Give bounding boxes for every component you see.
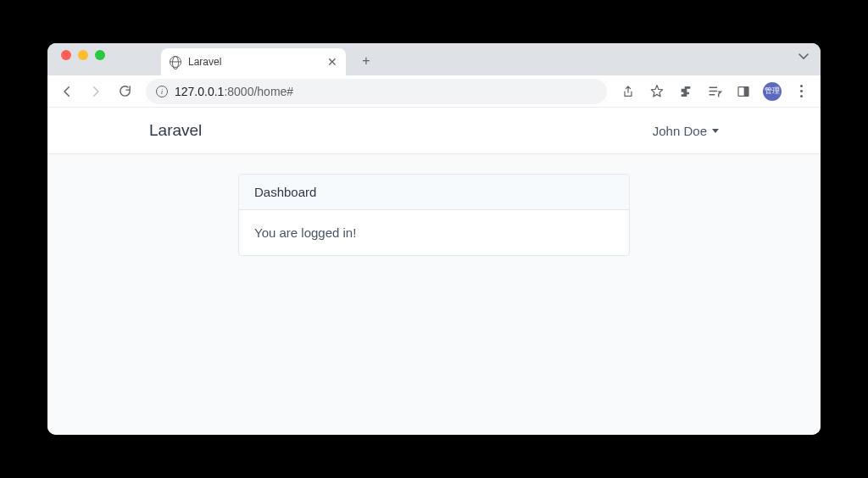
close-tab-button[interactable]: ✕: [327, 55, 337, 69]
new-tab-button[interactable]: +: [354, 49, 378, 73]
maximize-window-button[interactable]: [95, 50, 105, 60]
svg-rect-1: [744, 86, 748, 96]
browser-tab[interactable]: Laravel ✕: [161, 48, 346, 75]
menu-button[interactable]: [788, 79, 814, 104]
user-menu-dropdown[interactable]: John Doe: [653, 124, 719, 138]
tab-title: Laravel: [188, 56, 320, 68]
user-name-label: John Doe: [653, 124, 707, 138]
side-panel-icon[interactable]: [731, 79, 756, 104]
reading-list-icon[interactable]: [702, 79, 727, 104]
browser-window: Laravel ✕ + i 127.0.0.1:8000/home#: [47, 43, 821, 435]
chevron-down-icon[interactable]: [798, 53, 809, 60]
back-button[interactable]: [54, 79, 80, 104]
globe-icon: [170, 56, 181, 68]
close-window-button[interactable]: [61, 50, 71, 60]
card-body: You are logged in!: [239, 210, 629, 255]
page-content: Laravel John Doe Dashboard You are logge…: [47, 108, 821, 435]
dashboard-card: Dashboard You are logged in!: [238, 174, 630, 256]
forward-button[interactable]: [83, 79, 108, 104]
extensions-icon[interactable]: [673, 79, 698, 104]
window-controls: [54, 50, 112, 69]
address-bar[interactable]: i 127.0.0.1:8000/home#: [146, 79, 607, 104]
profile-avatar[interactable]: 管理: [760, 79, 785, 104]
bookmark-icon[interactable]: [644, 79, 670, 104]
app-navbar: Laravel John Doe: [47, 108, 821, 153]
caret-down-icon: [712, 129, 719, 133]
url-text: 127.0.0.1:8000/home#: [175, 85, 293, 98]
brand-link[interactable]: Laravel: [149, 121, 202, 140]
tab-bar: Laravel ✕ +: [47, 43, 821, 75]
browser-toolbar: i 127.0.0.1:8000/home# 管理: [47, 75, 821, 108]
share-icon[interactable]: [615, 79, 641, 104]
reload-button[interactable]: [112, 79, 137, 104]
minimize-window-button[interactable]: [78, 50, 88, 60]
card-header: Dashboard: [239, 175, 629, 210]
main-content: Dashboard You are logged in!: [47, 153, 821, 276]
site-info-icon[interactable]: i: [156, 86, 168, 97]
